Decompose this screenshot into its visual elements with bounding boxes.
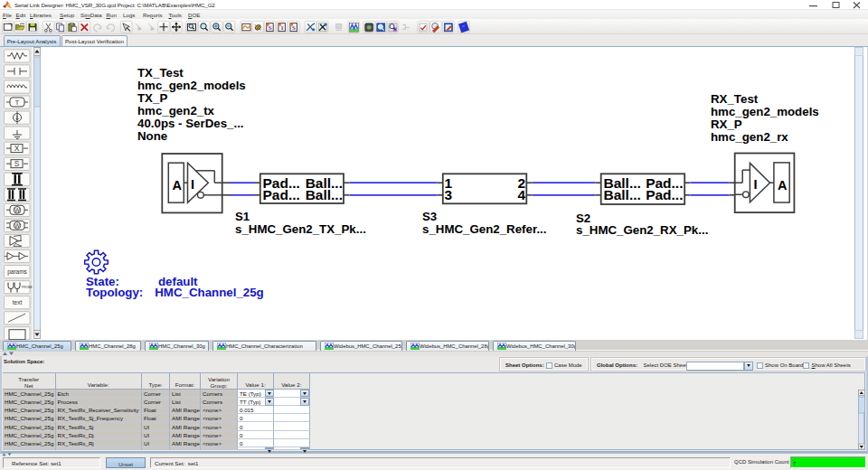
svg-text:S: S (292, 24, 296, 32)
svg-text:S: S (14, 159, 20, 168)
svg-text:PROBE: PROBE (22, 286, 33, 289)
svg-text:1: 1 (280, 24, 284, 32)
svg-text:I: I (754, 177, 758, 192)
svg-text:W: W (14, 207, 21, 213)
svg-text:A: A (173, 178, 183, 193)
svg-text:A: A (778, 178, 788, 193)
svg-text:S: S (269, 24, 272, 32)
svg-text:X: X (14, 144, 20, 153)
svg-text:Ball...: Ball... (306, 187, 343, 202)
svg-text:I: I (191, 177, 194, 192)
svg-text:W: W (14, 222, 21, 229)
svg-text:text: text (13, 299, 23, 306)
svg-text:Ball...: Ball... (604, 187, 641, 202)
svg-text:Pad...: Pad... (646, 187, 683, 202)
svg-text:T: T (15, 99, 20, 107)
svg-text:4: 4 (517, 187, 525, 202)
svg-text:params: params (7, 268, 27, 276)
svg-text:3: 3 (445, 187, 453, 202)
svg-text:Pad...: Pad... (263, 187, 300, 202)
